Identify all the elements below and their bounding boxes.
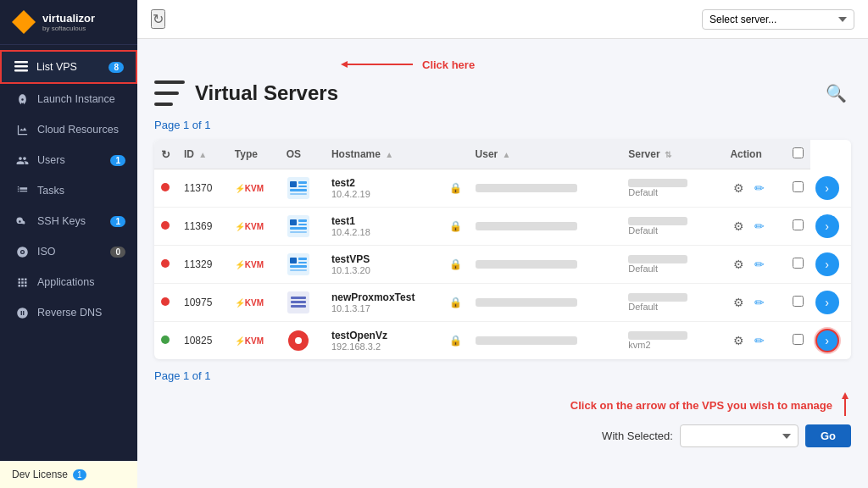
sidebar-item-tasks[interactable]: Tasks [0, 175, 137, 206]
col-id[interactable]: ID ▲ [177, 140, 228, 169]
svg-rect-13 [298, 219, 307, 222]
status-cell [154, 169, 177, 208]
svg-marker-30 [842, 392, 849, 399]
os-icon [287, 176, 310, 200]
server-bar [628, 179, 687, 187]
server-name: Default [628, 302, 703, 312]
os-icon [287, 329, 310, 352]
server-bar [628, 293, 687, 302]
edit-button[interactable]: ✏ [751, 256, 768, 273]
edit-button[interactable]: ✏ [751, 332, 768, 349]
ip-address: 10.4.2.19 [331, 189, 436, 199]
manage-arrow-button[interactable]: › [815, 252, 839, 276]
user-extra-cell [608, 322, 621, 360]
col-user[interactable]: User ▲ [469, 140, 609, 169]
svg-rect-25 [291, 301, 306, 303]
server-select[interactable]: Select server... [702, 9, 854, 30]
with-selected-select[interactable]: Suspend Unsuspend Delete [680, 424, 798, 447]
col-checkbox-all[interactable] [786, 140, 810, 169]
server-bar [628, 255, 687, 263]
sidebar-item-users[interactable]: Users 1 [0, 145, 137, 175]
hostname: test1 [331, 215, 436, 227]
lock-icon: 🔒 [449, 220, 462, 232]
edit-button[interactable]: ✏ [751, 218, 768, 235]
os-icon [287, 291, 310, 314]
manage-arrow-button[interactable]: › [815, 176, 839, 200]
svg-rect-22 [290, 269, 307, 271]
row-checkbox[interactable] [793, 334, 804, 345]
type-cell: ⚡KVM [228, 169, 280, 208]
gear-button[interactable]: ⚙ [730, 294, 748, 311]
sidebar-item-applications[interactable]: Applications [0, 267, 137, 297]
manage-arrow-button[interactable]: › [815, 214, 839, 238]
sidebar-item-reverse-dns[interactable]: Reverse DNS [0, 297, 137, 328]
server-name: Default [628, 225, 703, 236]
arrow-cell: › [810, 284, 852, 322]
hostname-cell: newProxmoxTest 10.1.3.17 [325, 284, 442, 322]
gear-button[interactable]: ⚙ [730, 332, 748, 349]
status-dot [161, 297, 170, 306]
users-icon [14, 152, 30, 168]
page-header: Virtual Servers 🔍 [154, 78, 851, 108]
gear-button[interactable]: ⚙ [730, 256, 748, 273]
user-extra-cell [608, 246, 621, 284]
sidebar-item-launch-instance[interactable]: Launch Instance [0, 84, 137, 114]
pagination-top[interactable]: Page 1 of 1 [154, 119, 851, 131]
sidebar-nav: List VPS 8 Launch Instance Cloud Resourc… [0, 45, 137, 461]
table-row: 10825 ⚡KVM testOpenVz 192.168.3.2 🔒 kvm2… [154, 322, 851, 360]
gear-button[interactable]: ⚙ [730, 218, 748, 235]
user-bar [476, 260, 577, 269]
sidebar-item-ssh-keys[interactable]: SSH Keys 1 [0, 206, 137, 236]
edit-button[interactable]: ✏ [751, 180, 768, 197]
manage-arrow-button[interactable]: › [815, 329, 839, 352]
row-checkbox[interactable] [793, 219, 804, 230]
col-hostname[interactable]: Hostname ▲ [325, 140, 442, 169]
user-extra-cell [608, 169, 621, 208]
kvm-badge: ⚡KVM [235, 184, 264, 193]
sidebar-item-list-vps[interactable]: List VPS 8 [0, 50, 137, 84]
with-selected-area: With Selected: Suspend Unsuspend Delete … [154, 424, 851, 447]
svg-rect-11 [287, 215, 309, 237]
id-cell: 11369 [177, 208, 228, 246]
pagination-bottom[interactable]: Page 1 of 1 [154, 369, 211, 382]
main-area: ↻ Select server... Click here Vir [137, 0, 868, 488]
gear-button[interactable]: ⚙ [730, 180, 748, 197]
svg-rect-21 [290, 265, 307, 268]
edit-button[interactable]: ✏ [751, 294, 768, 311]
hostname: testVPS [331, 253, 436, 265]
go-button[interactable]: Go [805, 424, 851, 447]
sidebar-item-cloud-resources[interactable]: Cloud Resources [0, 114, 137, 145]
row-checkbox[interactable] [793, 258, 804, 269]
kvm-badge: ⚡KVM [235, 336, 264, 346]
svg-rect-7 [298, 181, 307, 184]
id-cell: 10975 [177, 284, 228, 322]
col-server[interactable]: Server ⇅ [621, 140, 709, 169]
svg-rect-6 [290, 181, 297, 187]
tasks-icon [14, 183, 30, 198]
dev-license[interactable]: Dev License 1 [0, 461, 137, 488]
type-cell: ⚡KVM [228, 246, 280, 284]
row-checkbox[interactable] [793, 181, 804, 192]
svg-rect-24 [291, 297, 306, 299]
table-row: 10975 ⚡KVM newProxmoxTest 10.1.3.17 🔒 De… [154, 284, 851, 322]
svg-rect-16 [290, 231, 307, 233]
svg-rect-10 [290, 193, 307, 195]
col-user-extra [608, 140, 621, 169]
col-os: OS [280, 140, 325, 169]
topbar: ↻ Select server... [137, 0, 868, 39]
chart-icon [14, 122, 30, 137]
svg-rect-12 [290, 219, 297, 225]
sidebar: virtualizor by softaculous List VPS 8 La… [0, 0, 137, 488]
bottom-bar: Page 1 of 1 [154, 369, 851, 391]
manage-arrow-button[interactable]: › [815, 291, 839, 314]
row-checkbox[interactable] [793, 296, 804, 307]
checkbox-cell [786, 322, 810, 360]
refresh-button[interactable]: ↻ [151, 9, 165, 29]
content-area: Click here Virtual Servers 🔍 Page 1 of 1… [137, 39, 868, 488]
user-extra-cell [608, 284, 621, 322]
status-dot [161, 183, 170, 191]
lock-cell: 🔒 [442, 284, 469, 322]
search-button[interactable]: 🔍 [821, 78, 851, 108]
sidebar-item-iso[interactable]: ISO 0 [0, 236, 137, 267]
table-row: 11369 ⚡KVM test1 10.4.2.18 🔒 Default ⚙ ✏ [154, 208, 851, 246]
